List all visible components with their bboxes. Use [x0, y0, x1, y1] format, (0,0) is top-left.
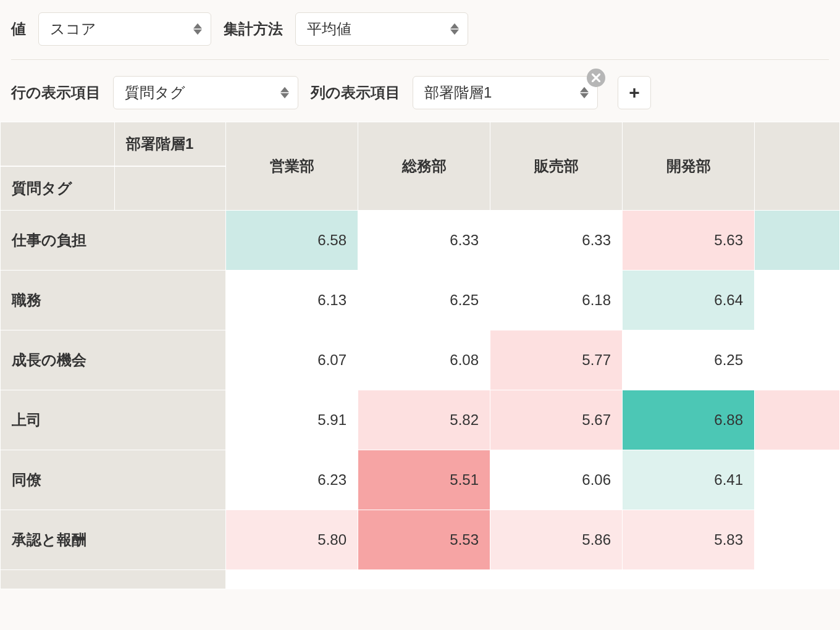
- data-cell: [226, 570, 358, 589]
- data-cell-tail: [755, 271, 839, 330]
- data-cell[interactable]: 6.25: [623, 330, 754, 390]
- sort-icon: [450, 23, 459, 35]
- table-row: 承認と報酬5.805.535.865.83: [1, 510, 840, 570]
- row-display-select-text: 質問タグ: [125, 83, 185, 103]
- data-cell-tail: [755, 390, 839, 450]
- data-cell[interactable]: 6.64: [623, 271, 754, 330]
- value-label: 値: [11, 19, 26, 39]
- data-cell-tail: [755, 330, 839, 390]
- row-display-label: 行の表示項目: [11, 83, 101, 103]
- corner-blank-top: [1, 122, 114, 166]
- data-cell[interactable]: 6.41: [623, 450, 754, 510]
- col-display-select-text: 部署階層1: [424, 83, 492, 103]
- data-cell-tail: [755, 211, 839, 270]
- data-cell: [755, 570, 839, 589]
- data-cell[interactable]: 6.18: [490, 271, 622, 330]
- pivot-table-wrap: 部署階層1 営業部 総務部 販売部 開発部 質問タグ 仕事の負担6.586.33…: [0, 122, 840, 589]
- row-header: 成長の機会: [1, 330, 225, 390]
- data-cell[interactable]: 6.23: [226, 450, 358, 510]
- data-cell[interactable]: 6.88: [623, 390, 754, 450]
- col-display-select-wrap: 部署階層1: [413, 76, 598, 109]
- data-cell[interactable]: 5.53: [358, 510, 490, 569]
- row-header: 職務: [1, 271, 225, 330]
- controls-row-2: 行の表示項目 質問タグ 列の表示項目 部署階層1 +: [11, 59, 829, 109]
- agg-select[interactable]: 平均値: [295, 12, 468, 46]
- data-cell: [358, 570, 490, 589]
- row-header: [1, 570, 225, 589]
- column-header: 販売部: [490, 122, 622, 210]
- data-cell[interactable]: 6.25: [358, 271, 490, 330]
- data-cell[interactable]: 5.86: [490, 510, 622, 569]
- data-cell[interactable]: 5.83: [623, 510, 754, 569]
- column-header: 総務部: [358, 122, 490, 210]
- table-row: 成長の機会6.076.085.776.25: [1, 330, 840, 390]
- data-cell[interactable]: 6.13: [226, 271, 358, 330]
- row-display-select[interactable]: 質問タグ: [113, 76, 298, 109]
- row-header: 同僚: [1, 450, 225, 510]
- row-header: 上司: [1, 390, 225, 450]
- value-select-text: スコア: [50, 19, 96, 39]
- corner-row-dimension: 質問タグ: [1, 167, 114, 210]
- table-row: 上司5.915.825.676.88: [1, 390, 840, 450]
- data-cell[interactable]: 6.07: [226, 330, 358, 390]
- agg-label: 集計方法: [224, 19, 283, 39]
- column-header-tail: [755, 122, 839, 210]
- controls-row-1: 値 スコア 集計方法 平均値: [11, 12, 829, 46]
- remove-column-button[interactable]: [587, 69, 605, 87]
- table-body: 仕事の負担6.586.336.335.63職務6.136.256.186.64成…: [1, 211, 840, 589]
- data-cell-tail: [755, 450, 839, 510]
- data-cell[interactable]: 6.33: [490, 211, 622, 270]
- col-display-label: 列の表示項目: [311, 83, 400, 103]
- add-column-button[interactable]: +: [618, 76, 651, 109]
- data-cell[interactable]: 5.51: [358, 450, 490, 510]
- sort-icon: [280, 86, 289, 99]
- data-cell[interactable]: 6.58: [226, 211, 358, 270]
- row-header: 承認と報酬: [1, 510, 225, 569]
- table-row: 仕事の負担6.586.336.335.63: [1, 211, 840, 271]
- sort-icon: [193, 23, 202, 35]
- data-cell-tail: [755, 510, 839, 569]
- col-display-select[interactable]: 部署階層1: [413, 76, 598, 109]
- table-row: 職務6.136.256.186.64: [1, 271, 840, 330]
- corner-blank-bottom: [115, 167, 225, 210]
- data-cell[interactable]: 5.91: [226, 390, 358, 450]
- data-cell[interactable]: 6.33: [358, 211, 490, 270]
- column-header: 営業部: [226, 122, 358, 210]
- agg-select-text: 平均値: [307, 19, 351, 39]
- data-cell[interactable]: 6.08: [358, 330, 490, 390]
- table-head: 部署階層1 営業部 総務部 販売部 開発部 質問タグ: [1, 122, 840, 211]
- plus-icon: +: [629, 82, 640, 103]
- table-row-partial: [1, 570, 840, 589]
- data-cell: [490, 570, 622, 589]
- data-cell[interactable]: 5.80: [226, 510, 358, 569]
- corner-col-dimension: 部署階層1: [115, 122, 225, 166]
- data-cell: [623, 570, 754, 589]
- data-cell[interactable]: 5.67: [490, 390, 622, 450]
- row-header: 仕事の負担: [1, 211, 225, 270]
- column-header: 開発部: [623, 122, 754, 210]
- pivot-table: 部署階層1 営業部 総務部 販売部 開発部 質問タグ 仕事の負担6.586.33…: [0, 122, 840, 589]
- sort-icon: [580, 86, 589, 99]
- controls-bar: 値 スコア 集計方法 平均値 行の表示項目 質問タグ 列の表示項目: [0, 0, 840, 122]
- data-cell[interactable]: 6.06: [490, 450, 622, 510]
- data-cell[interactable]: 5.82: [358, 390, 490, 450]
- table-row: 同僚6.235.516.066.41: [1, 450, 840, 510]
- data-cell[interactable]: 5.77: [490, 330, 622, 390]
- data-cell[interactable]: 5.63: [623, 211, 754, 270]
- value-select[interactable]: スコア: [38, 12, 211, 46]
